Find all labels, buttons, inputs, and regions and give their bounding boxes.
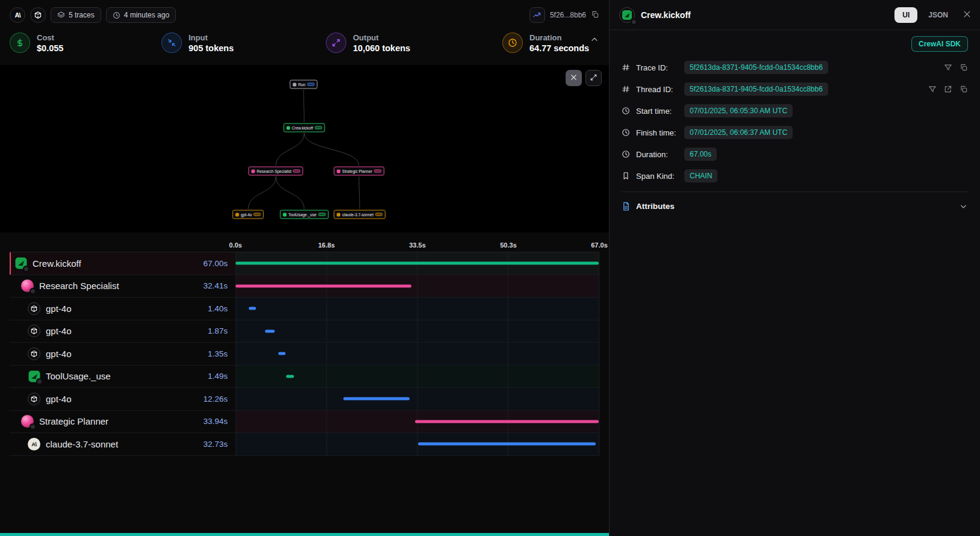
span-duration: 12.26s (203, 394, 236, 404)
axis-tick: 67.0s (591, 242, 608, 249)
agent-icon (21, 279, 34, 292)
timeline-row[interactable]: gpt-4o12.26s (10, 388, 599, 411)
trend-button[interactable] (529, 7, 545, 23)
stat-label: Output (353, 33, 410, 42)
field-value[interactable]: 5f2613da-8371-9405-fcdd-0a1534cc8bb6 (684, 83, 828, 96)
timeline-row[interactable]: gpt-4o1.87s (10, 320, 599, 343)
openai-icon (28, 302, 40, 315)
graph-node[interactable]: Research Specialist (248, 167, 303, 176)
stat-cost: Cost$0.055 (10, 33, 161, 53)
timeline-row[interactable]: gpt-4o1.40s (10, 298, 599, 320)
detail-panel: Crew.kickoff UI JSON CrewAI SDK Trace ID… (610, 0, 980, 536)
expand-arrows-icon (326, 33, 346, 53)
field-label: Span Kind: (636, 172, 684, 181)
graph-close-button[interactable] (566, 70, 582, 86)
layer-badge-icon (631, 19, 637, 25)
crewai-icon (619, 7, 635, 23)
timeline-waterfall: 0.0s16.8s33.5s50.3s67.0s Crew.kickoff67.… (10, 236, 599, 456)
span-label-cell: Research Specialist32.41s (10, 275, 236, 298)
timeline-row[interactable]: Research Specialist32.41s (10, 275, 599, 298)
span-bar[interactable] (286, 375, 294, 378)
timeline-row[interactable]: Crew.kickoff67.00s (10, 252, 599, 275)
field-value[interactable]: 5f2613da-8371-9405-fcdd-0a1534cc8bb6 (684, 61, 828, 74)
external-button[interactable] (944, 85, 952, 93)
openai-logo-icon (30, 7, 46, 23)
filter-button[interactable] (928, 85, 937, 93)
span-duration: 1.49s (208, 372, 236, 381)
crewai-icon (14, 257, 27, 270)
detail-field: Thread ID:5f2613da-8371-9405-fcdd-0a1534… (622, 78, 968, 100)
graph-node[interactable]: gpt-4o (233, 210, 264, 219)
span-name: gpt-4o (46, 326, 72, 336)
timeline-track (236, 433, 599, 455)
detail-title: Crew.kickoff (641, 10, 691, 20)
traces-badge[interactable]: 5 traces (51, 7, 101, 23)
app-root: A\ 5 traces 4 minutes ago 5f26...8bb6 Co… (0, 0, 980, 536)
chevron-up-icon (590, 35, 599, 46)
graph-node[interactable]: Crew.kickoff (284, 123, 325, 132)
detail-field: Start time:07/01/2025, 06:05:30 AM UTC (622, 100, 968, 122)
graph-node[interactable]: claude-3.7-sonnet (334, 210, 385, 219)
node-duration-chip (293, 170, 301, 173)
timeline-row[interactable]: A\claude-3.7-sonnet32.73s (10, 433, 599, 456)
span-duration: 1.87s (208, 326, 236, 335)
node-duration-chip (254, 213, 261, 216)
graph-expand-button[interactable] (585, 70, 602, 86)
field-actions (928, 85, 968, 93)
timeline-row[interactable]: Strategic Planner33.94s (10, 411, 599, 434)
field-value[interactable]: 67.00s (684, 148, 717, 161)
span-duration: 32.41s (203, 281, 236, 290)
field-value[interactable]: 07/01/2025, 06:06:37 AM UTC (684, 126, 793, 139)
copy-icon (591, 10, 599, 20)
layer-badge-icon (30, 288, 36, 294)
timeline-row[interactable]: gpt-4o1.35s (10, 343, 599, 366)
detail-field: Trace ID:5f2613da-8371-9405-fcdd-0a1534c… (622, 57, 968, 78)
node-duration-chip (318, 213, 325, 216)
field-value[interactable]: 07/01/2025, 06:05:30 AM UTC (684, 104, 793, 117)
openai-icon (34, 11, 42, 19)
detail-close-button[interactable] (963, 10, 972, 20)
node-icon (337, 213, 340, 216)
trace-id-short: 5f26...8bb6 (550, 11, 586, 19)
stat-label: Duration (529, 33, 589, 42)
trace-graph[interactable]: RunCrew.kickoffResearch SpecialistStrate… (0, 65, 609, 232)
span-label-cell: gpt-4o1.87s (10, 320, 236, 343)
node-duration-chip (374, 170, 381, 173)
openai-icon (28, 325, 40, 337)
node-duration-chip (307, 83, 314, 86)
span-label-cell: Strategic Planner33.94s (10, 411, 236, 433)
span-bar[interactable] (236, 284, 411, 287)
tab-ui[interactable]: UI (894, 7, 917, 23)
span-label-cell: gpt-4o1.40s (10, 298, 236, 320)
sdk-badge[interactable]: CrewAI SDK (911, 36, 968, 52)
filter-button[interactable] (944, 63, 952, 72)
timeline-row[interactable]: ToolUsage._use1.49s (10, 366, 599, 388)
field-value[interactable]: CHAIN (684, 169, 717, 182)
span-duration: 1.40s (208, 304, 236, 313)
node-icon (283, 213, 287, 216)
span-duration: 1.35s (208, 349, 236, 358)
field-actions (944, 63, 968, 72)
graph-node[interactable]: ToolUsage._use (280, 210, 329, 219)
span-bar[interactable] (343, 397, 410, 400)
collapse-stats-button[interactable] (590, 35, 599, 46)
timeline-rows: Crew.kickoff67.00sResearch Specialist32.… (10, 252, 599, 456)
layer-badge-icon (23, 266, 30, 272)
trace-panel: A\ 5 traces 4 minutes ago 5f26...8bb6 Co… (0, 0, 610, 536)
span-bar[interactable] (249, 307, 257, 310)
attributes-toggle[interactable]: Attributes (622, 192, 968, 220)
span-bar[interactable] (418, 443, 596, 446)
span-bar[interactable] (278, 352, 286, 355)
graph-node[interactable]: Run (290, 80, 317, 89)
span-bar[interactable] (415, 420, 599, 423)
copy-button[interactable] (960, 85, 968, 93)
openai-icon (28, 347, 40, 360)
horizontal-scrollbar[interactable] (0, 533, 609, 536)
tab-json[interactable]: JSON (923, 7, 953, 23)
detail-field: Duration:67.00s (622, 143, 968, 165)
span-bar[interactable] (236, 262, 599, 265)
graph-node[interactable]: Strategic Planner (334, 167, 384, 176)
span-bar[interactable] (265, 329, 275, 332)
copy-button[interactable] (960, 63, 968, 72)
copy-trace-id-button[interactable] (591, 10, 599, 20)
